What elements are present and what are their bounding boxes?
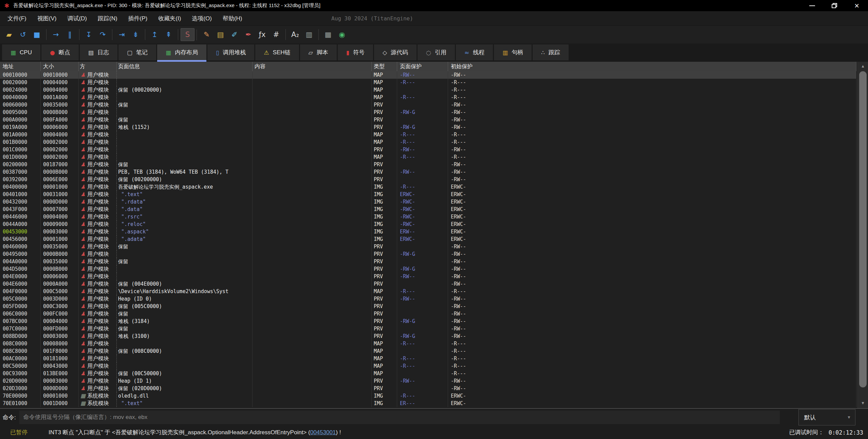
table-row[interactable]: 020D0000 00003000 用户模块 Heap (ID 1) PRV -…	[0, 377, 856, 385]
table-row[interactable]: 001C0000 00002000 用户模块 PRV -RW-- -RW--	[0, 146, 856, 153]
step-into-icon[interactable]: ↧	[82, 28, 96, 41]
tab-symbols[interactable]: ▮ 符号	[338, 44, 373, 60]
scroll-up-button[interactable]: ▲	[858, 62, 868, 71]
restore-button[interactable]	[823, 0, 846, 11]
function-icon[interactable]: ƒx	[255, 28, 269, 41]
table-row[interactable]: 00095000 0000B000 用户模块 PRV -RW-G -RW--	[0, 109, 856, 116]
font-size-icon[interactable]: A₂	[288, 28, 302, 41]
menu-help[interactable]: 帮助(H)	[217, 15, 248, 22]
table-row[interactable]: 00453000 00003000 用户模块 ".aspack" IMG ERW…	[0, 228, 856, 235]
table-row[interactable]: 007C0000 000FD000 用户模块 保留 PRV -RW--	[0, 325, 856, 332]
close-button[interactable]: ×	[846, 0, 868, 11]
table-row[interactable]: 00C93000 013BE000 用户模块 保留 (00C50000) MAP…	[0, 370, 856, 377]
table-row[interactable]: 004A0000 00035000 用户模块 保留 PRV -RW--	[0, 258, 856, 265]
tab-source[interactable]: ◇ 源代码	[374, 44, 417, 60]
favourites-icon[interactable]: ◉	[335, 28, 349, 41]
tab-threads[interactable]: ≈ 线程	[456, 44, 493, 60]
run-icon[interactable]: →	[49, 28, 63, 41]
tab-script[interactable]: ▱ 脚本	[300, 44, 337, 60]
table-row[interactable]: 0043F000 00007000 用户模块 ".data" IMG -RWC-…	[0, 206, 856, 213]
table-row[interactable]: 008C8000 001F8000 用户模块 保留 (008C0000) MAP…	[0, 347, 856, 355]
menu-debug[interactable]: 调试(D)	[62, 15, 92, 22]
table-row[interactable]: 00AC0000 00181000 用户模块 MAP -R--- -R---	[0, 355, 856, 362]
calculator-icon[interactable]: ▦	[321, 28, 335, 41]
table-row[interactable]: 004E0000 00006000 用户模块 PRV -RW-- -RW--	[0, 273, 856, 280]
run-until-expression-icon[interactable]: ⇟	[129, 28, 143, 41]
column-header-page-protection[interactable]: 页面保护	[397, 62, 448, 71]
table-row[interactable]: 00060000 00035000 用户模块 保留 PRV -RW--	[0, 101, 856, 109]
table-row[interactable]: 001A0000 00004000 用户模块 MAP -R--- -R---	[0, 131, 856, 138]
stop-icon[interactable]: ■	[30, 28, 44, 41]
variables-icon[interactable]: ▥	[302, 28, 316, 41]
table-row[interactable]: 70E01000 0001D000 系统模块 ".text" IMG ER---…	[0, 400, 856, 407]
execute-till-return-icon[interactable]: ↥	[148, 28, 162, 41]
table-row[interactable]: 70E00000 00001000 系统模块 oledlg.dll IMG -R…	[0, 392, 856, 400]
table-row[interactable]: 001B0000 00002000 用户模块 MAP -R--- -R---	[0, 138, 856, 146]
tab-references[interactable]: ◌ 引用	[418, 44, 455, 60]
table-row[interactable]: 00432000 0000D000 用户模块 ".rdata" IMG -RWC…	[0, 198, 856, 206]
table-row[interactable]: 00456000 00001000 用户模块 ".adata" IMG ERWC…	[0, 235, 856, 243]
tab-call-stack[interactable]: ▯ 调用堆栈	[207, 44, 254, 60]
column-header-party[interactable]: 方	[79, 62, 117, 71]
comment-icon[interactable]: ▤	[214, 28, 227, 41]
table-row[interactable]: 00446000 00004000 用户模块 ".rsrc" IMG -RWC-…	[0, 213, 856, 221]
label-icon[interactable]: ✒	[241, 28, 255, 41]
vertical-scrollbar[interactable]: ▲ ▼	[857, 62, 868, 408]
step-over-icon[interactable]: ↷	[96, 28, 110, 41]
tab-cpu[interactable]: ▦ CPU	[2, 44, 40, 60]
table-row[interactable]: 00010000 00010000 用户模块 MAP -RW-- -RW--	[0, 71, 856, 79]
table-row[interactable]: 00020000 00004000 用户模块 MAP -R--- -R---	[0, 79, 856, 86]
column-header-content[interactable]: 内容	[253, 62, 372, 71]
table-row[interactable]: 004D5000 0000B000 用户模块 PRV -RW-G -RW--	[0, 265, 856, 273]
table-row[interactable]: 00024000 00004000 用户模块 保留 (00020000) MAP…	[0, 86, 856, 94]
run-outside-module-icon[interactable]: ⇞	[162, 28, 176, 41]
command-input[interactable]	[19, 411, 780, 424]
column-header-size[interactable]: 大小	[41, 62, 79, 71]
column-header-type[interactable]: 类型	[372, 62, 397, 71]
table-row[interactable]: 00200000 00187000 用户模块 保留 PRV -RW--	[0, 161, 856, 168]
table-row[interactable]: 008C0000 00008000 用户模块 MAP -R--- -R---	[0, 340, 856, 347]
table-row[interactable]: 00495000 0000B000 用户模块 PRV -RW-G -RW--	[0, 250, 856, 258]
table-row[interactable]: 00401000 00031000 用户模块 ".text" IMG ERWC-…	[0, 191, 856, 198]
table-row[interactable]: 004F0000 000C5000 用户模块 \Device\HarddiskV…	[0, 288, 856, 295]
table-row[interactable]: 007BC000 00004000 用户模块 堆栈 (3184) PRV -RW…	[0, 318, 856, 325]
table-row[interactable]: 005C0000 0003D000 用户模块 Heap (ID 0) PRV -…	[0, 295, 856, 303]
column-header-page-info[interactable]: 页面信息	[117, 62, 253, 71]
table-row[interactable]: 00C50000 00043000 用户模块 MAP -R--- -R---	[0, 362, 856, 370]
table-row[interactable]: 001D0000 00002000 用户模块 MAP -R--- -R---	[0, 153, 856, 161]
scrollbar-thumb[interactable]	[859, 71, 867, 387]
tab-trace[interactable]: ∴ 跟踪	[533, 44, 569, 60]
column-header-initial-protection[interactable]: 初始保护	[448, 62, 856, 71]
table-row[interactable]: 0044A000 00009000 用户模块 ".reloc" IMG -RWC…	[0, 221, 856, 228]
scroll-down-button[interactable]: ▼	[858, 399, 868, 407]
seh-step-icon[interactable]: S	[181, 28, 195, 41]
tab-log[interactable]: ▤ 日志	[80, 44, 117, 60]
column-header-address[interactable]: 地址	[0, 62, 41, 71]
run-to-user-code-icon[interactable]: ⇥	[115, 28, 129, 41]
menu-favourites[interactable]: 收藏夹(I)	[153, 15, 186, 22]
minimize-button[interactable]	[801, 0, 823, 11]
menu-view[interactable]: 视图(V)	[32, 15, 62, 22]
tab-memory-map[interactable]: ▦ 内存布局	[157, 44, 206, 60]
table-row[interactable]: 00400000 00001000 用户模块 吾爱破解论坛学习脱壳实例_aspa…	[0, 183, 856, 191]
patch-icon[interactable]: ✎	[200, 28, 214, 41]
menu-file[interactable]: 文件(F)	[2, 15, 32, 22]
highlight-icon[interactable]: ✐	[227, 28, 241, 41]
table-row[interactable]: 000A0000 000FA000 用户模块 保留 PRV -RW--	[0, 116, 856, 123]
restart-icon[interactable]: ↺	[16, 28, 30, 41]
tab-notes[interactable]: ▢ 笔记	[118, 44, 156, 60]
tab-seh-chain[interactable]: ⚠ SEH链	[255, 44, 299, 60]
tab-handles[interactable]: ▥ 句柄	[494, 44, 532, 60]
table-row[interactable]: 004E6000 0000A000 用户模块 保留 (004E0000) PRV…	[0, 280, 856, 288]
table-row[interactable]: 008BD000 00003000 用户模块 堆栈 (3100) PRV -RW…	[0, 332, 856, 340]
table-row[interactable]: 005FD000 000C3000 用户模块 保留 (005C0000) PRV…	[0, 303, 856, 310]
table-row[interactable]: 00460000 00035000 用户模块 保留 PRV -RW--	[0, 243, 856, 250]
table-row[interactable]: 020D3000 0000D000 用户模块 保留 (020D0000) PRV…	[0, 385, 856, 392]
table-row[interactable]: 0019A000 00006000 用户模块 堆栈 (1152) PRV -RW…	[0, 123, 856, 131]
profile-dropdown[interactable]: 默认 ▼	[798, 409, 855, 425]
open-file-icon[interactable]: ▰	[2, 28, 16, 41]
table-row[interactable]: 00387000 0000B000 用户模块 PEB, TEB (3184), …	[0, 168, 856, 176]
table-row[interactable]: 00392000 0006E000 用户模块 保留 (00200000) PRV…	[0, 176, 856, 183]
address-link[interactable]: 00453001	[310, 429, 336, 436]
menu-plugins[interactable]: 插件(P)	[123, 15, 153, 22]
